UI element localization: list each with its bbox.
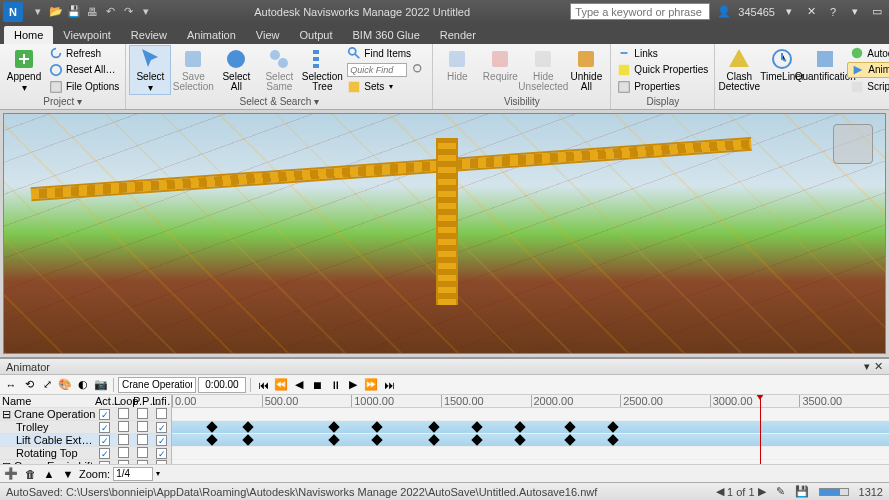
tree-row[interactable]: ⊟ Crane Operation✓ bbox=[0, 408, 171, 421]
sheet-next-icon[interactable]: ▶ bbox=[758, 485, 766, 498]
keyframe[interactable] bbox=[206, 421, 217, 432]
move-down-icon[interactable]: ▼ bbox=[60, 466, 76, 482]
qat-print-icon[interactable]: 🖶 bbox=[84, 4, 100, 20]
tree-row[interactable]: Lift Cable Extension✓✓ bbox=[0, 434, 171, 447]
append-button[interactable]: Append ▾ bbox=[3, 45, 45, 95]
timeline-track[interactable] bbox=[172, 447, 889, 460]
timeline-track[interactable] bbox=[172, 421, 889, 434]
properties-button[interactable]: Properties bbox=[614, 79, 711, 95]
pencil-icon[interactable]: ✎ bbox=[776, 485, 785, 498]
quick-properties-button[interactable]: Quick Properties bbox=[614, 62, 711, 78]
timeline-track[interactable] bbox=[172, 460, 889, 464]
sign-in-icon[interactable]: 👤 bbox=[716, 4, 732, 20]
qat-new-icon[interactable]: ▾ bbox=[30, 4, 46, 20]
delete-scene-icon[interactable]: 🗑 bbox=[22, 466, 38, 482]
time-input[interactable] bbox=[198, 377, 246, 393]
scale-icon[interactable]: ⤢ bbox=[39, 377, 55, 393]
tab-render[interactable]: Render bbox=[430, 26, 486, 44]
panel-project-label[interactable]: Project ▾ bbox=[3, 95, 122, 108]
hide-button[interactable]: Hide bbox=[436, 45, 478, 95]
find-items-button[interactable]: Find Items bbox=[344, 45, 429, 61]
timeline-track[interactable] bbox=[172, 408, 889, 421]
transparency-icon[interactable]: ◐ bbox=[75, 377, 91, 393]
minimize-icon[interactable]: ▭ bbox=[869, 4, 885, 20]
links-button[interactable]: Links bbox=[614, 45, 711, 61]
tab-output[interactable]: Output bbox=[290, 26, 343, 44]
disk-icon[interactable]: 💾 bbox=[795, 485, 809, 498]
translate-icon[interactable]: ↔ bbox=[3, 377, 19, 393]
sheet-prev-icon[interactable]: ◀ bbox=[716, 485, 724, 498]
keyframe[interactable] bbox=[565, 421, 576, 432]
3d-viewport[interactable] bbox=[3, 113, 886, 354]
checkbox[interactable]: ✓ bbox=[99, 435, 110, 446]
keyframe[interactable] bbox=[471, 421, 482, 432]
file-options-button[interactable]: File Options bbox=[46, 79, 122, 95]
keyframe[interactable] bbox=[471, 434, 482, 445]
checkbox[interactable] bbox=[156, 408, 167, 419]
exchange-icon[interactable]: ✕ bbox=[803, 4, 819, 20]
zoom-input[interactable] bbox=[113, 467, 153, 481]
tree-row[interactable]: Rotating Top✓✓ bbox=[0, 447, 171, 460]
qat-undo-icon[interactable]: ↶ bbox=[102, 4, 118, 20]
qat-save-icon[interactable]: 💾 bbox=[66, 4, 82, 20]
search-input[interactable] bbox=[570, 3, 710, 20]
checkbox[interactable]: ✓ bbox=[156, 448, 167, 459]
user-dropdown-icon[interactable]: ▾ bbox=[781, 4, 797, 20]
select-same-button[interactable]: Select Same bbox=[258, 45, 300, 95]
help-dropdown-icon[interactable]: ▾ bbox=[847, 4, 863, 20]
quantification-button[interactable]: Quantification bbox=[804, 45, 846, 95]
keyframe[interactable] bbox=[206, 434, 217, 445]
timeline-ruler[interactable]: 0.00500.001000.001500.002000.002500.0030… bbox=[172, 395, 889, 408]
scene-name-input[interactable] bbox=[118, 377, 196, 393]
qat-redo-icon[interactable]: ↷ bbox=[120, 4, 136, 20]
capture-icon[interactable]: 📷 bbox=[93, 377, 109, 393]
hide-unselected-button[interactable]: Hide Unselected bbox=[522, 45, 564, 95]
keyframe[interactable] bbox=[242, 434, 253, 445]
checkbox[interactable] bbox=[137, 447, 148, 458]
view-cube[interactable] bbox=[833, 124, 873, 164]
scripter-button[interactable]: Scripter bbox=[847, 79, 889, 95]
close-icon[interactable]: ✕ bbox=[874, 360, 883, 373]
keyframe[interactable] bbox=[371, 434, 382, 445]
checkbox[interactable] bbox=[118, 447, 129, 458]
keyframe[interactable] bbox=[608, 434, 619, 445]
keyframe[interactable] bbox=[371, 421, 382, 432]
qat-dropdown-icon[interactable]: ▾ bbox=[138, 4, 154, 20]
app-icon[interactable]: N bbox=[3, 2, 23, 22]
qat-open-icon[interactable]: 📂 bbox=[48, 4, 64, 20]
keyframe[interactable] bbox=[608, 421, 619, 432]
step-back-icon[interactable]: ⏪ bbox=[273, 377, 289, 393]
pin-icon[interactable]: ▾ bbox=[864, 360, 870, 373]
timeline[interactable]: 0.00500.001000.001500.002000.002500.0030… bbox=[172, 395, 889, 464]
step-fwd-icon[interactable]: ⏩ bbox=[363, 377, 379, 393]
help-icon[interactable]: ? bbox=[825, 4, 841, 20]
tab-review[interactable]: Review bbox=[121, 26, 177, 44]
stop-icon[interactable]: ⏹ bbox=[309, 377, 325, 393]
checkbox[interactable]: ✓ bbox=[99, 422, 110, 433]
panel-select-label[interactable]: Select & Search ▾ bbox=[129, 95, 429, 108]
checkbox[interactable] bbox=[118, 408, 129, 419]
color-icon[interactable]: 🎨 bbox=[57, 377, 73, 393]
keyframe[interactable] bbox=[242, 421, 253, 432]
tab-viewpoint[interactable]: Viewpoint bbox=[53, 26, 121, 44]
select-all-button[interactable]: Select All bbox=[215, 45, 257, 95]
unhide-all-button[interactable]: Unhide All bbox=[565, 45, 607, 95]
add-scene-icon[interactable]: ➕ bbox=[3, 466, 19, 482]
clash-detective-button[interactable]: Clash Detective bbox=[718, 45, 760, 95]
checkbox[interactable] bbox=[137, 421, 148, 432]
tree-row[interactable]: Trolley✓✓ bbox=[0, 421, 171, 434]
checkbox[interactable]: ✓ bbox=[156, 422, 167, 433]
checkbox[interactable] bbox=[137, 434, 148, 445]
tab-bim360[interactable]: BIM 360 Glue bbox=[343, 26, 430, 44]
keyframe[interactable] bbox=[514, 421, 525, 432]
save-selection-button[interactable]: Save Selection bbox=[172, 45, 214, 95]
checkbox[interactable]: ✓ bbox=[99, 409, 110, 420]
select-button[interactable]: Select▾ bbox=[129, 45, 171, 95]
tab-animation[interactable]: Animation bbox=[177, 26, 246, 44]
selection-tree-button[interactable]: Selection Tree bbox=[301, 45, 343, 95]
playhead[interactable] bbox=[760, 395, 761, 464]
tab-home[interactable]: Home bbox=[4, 26, 53, 44]
animator-button[interactable]: Animator bbox=[847, 62, 889, 78]
require-button[interactable]: Require bbox=[479, 45, 521, 95]
rendering-button[interactable]: Autodesk Rendering bbox=[847, 45, 889, 61]
